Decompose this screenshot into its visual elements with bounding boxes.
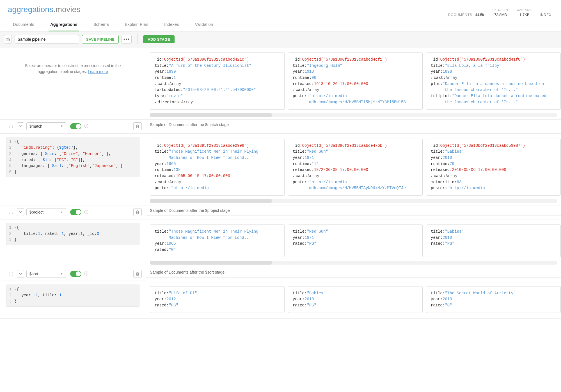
stage-result-header: Sample of Documents after the $project s… [146,205,561,216]
avg-size-value: 1.7KB [519,13,529,17]
pipeline-toolbar: SAVE PIPELINE ••• ADD STAGE [0,31,561,47]
document-card: title"Those Magnificent Men in Their Fly… [150,224,285,257]
stage-editor[interactable]: 1▾{2 year:-1, title: 13} [6,285,139,307]
stage-operator-value: $match [29,124,42,129]
collapse-stage-button[interactable] [17,208,24,216]
caret-down-icon: ▼ [60,272,63,275]
document-card: _idObjectId("573a1390f29313caabcd4cf1")t… [288,52,423,110]
stage-editor[interactable]: 1▾{2 "imdb.rating": {$gte:7},3 genres: {… [6,137,139,177]
tab-aggregations[interactable]: Aggregations [49,22,79,31]
stage-enabled-toggle[interactable] [70,271,81,277]
stage-results: _idObjectId("573a1395f29313caabce2999")t… [146,134,561,198]
document-card: title"Life of Pi"year2012rated"PG" [150,286,285,313]
horizontal-scrollbar[interactable] [150,199,557,203]
stage-result-header: Sample of Documents after the $sort stag… [146,267,561,278]
drag-handle-icon[interactable]: ⋮⋮⋮ [4,272,14,276]
document-card: _idObjectId("573a13bdf29313caabd59987")t… [426,139,561,196]
stage-operator-select[interactable]: $match ▼ [26,122,66,130]
stage-result-label: Sample of Documents after the $project s… [150,208,230,213]
stage-enabled-toggle[interactable] [70,123,81,129]
stage-operator-value: $project [29,210,43,214]
tab-explain-plan[interactable]: Explain Plan [123,22,150,31]
stage-header: ⋮⋮⋮ $match ▼ ⓘ [0,120,146,133]
drag-handle-icon[interactable]: ⋮⋮⋮ [4,124,14,129]
document-card: title"Babies"year2010rated"PG" [426,224,561,257]
document-card: _idObjectId("573a1396f29313caabce476b")t… [288,139,423,196]
stage-results: title"Life of Pi"year2012rated"PG"title"… [146,281,561,315]
open-pipeline-button[interactable] [4,35,12,43]
document-card: _idObjectId("573a1390f29313caabcd421c")t… [150,52,285,110]
documents-label: DOCUMENTS [448,13,472,17]
documents-count: 44.5k [475,13,484,17]
stage-results: title"Those Magnificent Men in Their Fly… [146,219,561,260]
delete-stage-button[interactable] [133,208,142,216]
chevron-down-icon [19,273,22,275]
pipeline-name-input[interactable] [15,35,79,43]
horizontal-scrollbar[interactable] [150,113,557,117]
folder-open-icon [6,38,10,41]
document-card: _idObjectId("573a1390f29313caabcd41f0")t… [426,52,561,110]
collection-tabs: DocumentsAggregationsSchemaExplain PlanI… [0,17,561,31]
stage-result-label: Sample of Documents after the $match sta… [150,122,229,127]
trash-icon [136,124,139,128]
document-card: title"Red Sun"year1971rated"PG" [288,224,423,257]
stage-editor[interactable]: 1▾{2 title:1, rated: 1, year:1, _id:03} [6,223,139,245]
stage-header: ⋮⋮⋮ $project ▼ ⓘ [0,205,146,219]
database-name: aggregations [8,5,53,14]
drag-handle-icon[interactable]: ⋮⋮⋮ [4,210,14,214]
delete-stage-button[interactable] [133,122,142,130]
stage-operator-select[interactable]: $sort ▼ [26,270,66,278]
trash-icon [136,272,139,276]
info-icon: ⓘ [84,123,88,129]
info-icon: ⓘ [84,210,88,215]
stage-result-header: Sample of Documents after the $match sta… [146,120,561,130]
toolbar-divider [137,34,138,44]
collection-name: .movies [53,5,80,14]
document-card: title"The Secret World of Arrietty"year2… [426,286,561,313]
collapse-stage-button[interactable] [17,122,24,130]
pipeline-intro-row: Select an operator to construct expressi… [0,47,561,120]
document-card: title"Babies"year2010rated"PG" [288,286,423,313]
collection-header: aggregations.movies DOCUMENTS 44.5k TOTA… [0,0,561,17]
tab-schema[interactable]: Schema [92,22,111,31]
learn-more-link[interactable]: Learn more [88,69,108,74]
trash-icon [136,210,139,214]
collection-stats: DOCUMENTS 44.5k TOTAL SIZE 73.8MB AVG. S… [448,5,553,17]
stage-enabled-toggle[interactable] [70,209,81,215]
indexes-label: INDEX [540,6,551,17]
pipeline-menu-button[interactable]: ••• [122,35,132,43]
chevron-down-icon [19,211,22,213]
tab-indexes[interactable]: Indexes [162,22,181,31]
save-pipeline-button[interactable]: SAVE PIPELINE [82,35,119,43]
info-icon: ⓘ [84,271,88,276]
tab-validation[interactable]: Validation [193,22,215,31]
intro-text-panel: Select an operator to construct expressi… [0,47,146,119]
tab-documents[interactable]: Documents [11,22,36,31]
total-size-label: TOTAL SIZE [492,8,509,12]
chevron-down-icon [19,125,22,127]
collection-title: aggregations.movies [8,5,80,14]
stage-result-label: Sample of Documents after the $sort stag… [150,270,225,274]
stage-operator-select[interactable]: $project ▼ [26,208,66,216]
caret-down-icon: ▼ [60,125,63,128]
collapse-stage-button[interactable] [17,270,24,278]
total-size-value: 73.8MB [494,13,507,17]
document-card: _idObjectId("573a1395f29313caabce2999")t… [150,139,285,196]
source-documents-panel: _idObjectId("573a1390f29313caabcd421c")t… [146,47,561,119]
delete-stage-button[interactable] [133,270,142,278]
avg-size-label: AVG. SIZE [517,8,532,12]
horizontal-scrollbar[interactable] [150,261,557,265]
stage-header: ⋮⋮⋮ $sort ▼ ⓘ [0,267,146,281]
caret-down-icon: ▼ [60,211,63,214]
add-stage-button[interactable]: ADD STAGE [143,35,175,43]
stage-operator-value: $sort [29,272,38,276]
